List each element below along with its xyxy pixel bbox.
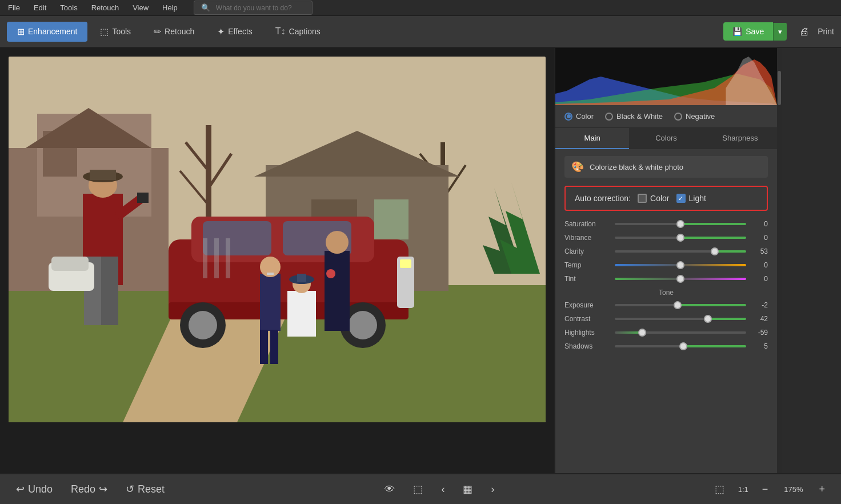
menu-tools[interactable]: Tools (58, 2, 79, 13)
save-main-button[interactable]: 💾 Save (723, 22, 773, 41)
effects-label: Effects (228, 27, 253, 36)
svg-rect-39 (90, 170, 116, 180)
auto-correction-box: Auto correction: Color Light (564, 186, 768, 211)
search-bar: 🔍 (194, 1, 313, 15)
highlights-value: -59 (751, 329, 768, 337)
prev-icon: ‹ (441, 483, 444, 495)
redo-label: Redo (71, 483, 95, 495)
clarity-track[interactable] (615, 250, 746, 253)
prev-button[interactable]: ‹ (436, 481, 449, 498)
svg-rect-32 (214, 238, 219, 278)
shadows-value: 5 (751, 342, 768, 350)
redo-button[interactable]: Redo ↪ (66, 481, 112, 498)
vibrance-label: Vibrance (564, 234, 610, 242)
tint-label: Tint (564, 275, 610, 283)
redo-icon: ↪ (99, 483, 107, 495)
tab-sharpness[interactable]: Sharpness (703, 128, 777, 149)
menu-file[interactable]: File (6, 2, 22, 13)
tab-tools[interactable]: ⬚ Tools (90, 22, 141, 42)
menu-help[interactable]: Help (160, 2, 180, 13)
next-button[interactable]: › (486, 481, 499, 498)
mode-negative[interactable]: Negative (674, 112, 715, 121)
temp-label: Temp (564, 261, 610, 269)
svg-rect-45 (267, 273, 274, 275)
tab-effects[interactable]: ✦ Effects (207, 22, 263, 42)
photo-svg (9, 57, 546, 422)
print-icon-button[interactable]: 🖨 (794, 22, 815, 41)
bottom-bar: ↩ Undo Redo ↪ ↺ Reset 👁 ⬚ ‹ ▦ › ⬚ 1:1 − … (0, 473, 841, 504)
canvas-icon-button[interactable]: ⬚ (710, 481, 729, 498)
tint-thumb[interactable] (676, 275, 684, 283)
svg-rect-52 (325, 251, 350, 331)
highlights-row: Highlights -59 (564, 329, 768, 337)
undo-button[interactable]: ↩ Undo (11, 481, 57, 498)
svg-rect-33 (226, 238, 230, 278)
reset-button[interactable]: ↺ Reset (121, 481, 169, 498)
mode-bw[interactable]: Black & White (605, 112, 663, 121)
menu-view[interactable]: View (130, 2, 151, 13)
tab-retouch[interactable]: ✏ Retouch (143, 22, 205, 42)
main-area: Color Black & White Negative Main Colors… (0, 48, 841, 473)
highlights-track[interactable] (615, 331, 746, 334)
shadows-label: Shadows (564, 342, 610, 350)
tab-colors[interactable]: Colors (629, 128, 703, 149)
zoom-in-button[interactable]: + (815, 481, 830, 498)
filmstrip-button[interactable]: ▦ (458, 481, 477, 498)
svg-rect-56 (51, 257, 89, 271)
mode-color-radio[interactable] (564, 113, 572, 121)
auto-light-option[interactable]: Light (676, 194, 706, 203)
compare-button[interactable]: ⬚ (409, 481, 427, 498)
filmstrip-icon: ▦ (463, 483, 472, 495)
exposure-thumb[interactable] (674, 301, 682, 309)
vibrance-track[interactable] (615, 237, 746, 239)
contrast-track[interactable] (615, 318, 746, 320)
svg-rect-47 (270, 330, 278, 364)
saturation-track[interactable] (615, 223, 746, 225)
tools-label: Tools (112, 27, 131, 36)
svg-point-44 (265, 262, 276, 271)
mode-color[interactable]: Color (564, 112, 594, 121)
tab-enhancement[interactable]: ⊞ Enhancement (7, 22, 87, 42)
tab-main[interactable]: Main (555, 128, 629, 149)
shadows-track[interactable] (615, 345, 746, 347)
temp-track[interactable] (615, 264, 746, 266)
vibrance-thumb[interactable] (676, 234, 684, 242)
auto-light-checkbox[interactable] (676, 194, 686, 203)
eye-button[interactable]: 👁 (380, 481, 399, 498)
zoom-out-icon: − (762, 483, 768, 495)
vibrance-value: 0 (751, 234, 768, 242)
menu-retouch[interactable]: Retouch (89, 2, 121, 13)
search-input[interactable] (216, 4, 307, 12)
sliders-group: Saturation 0 Vibrance 0 Clarity (564, 220, 768, 283)
colorize-button[interactable]: 🎨 Colorize black & white photo (564, 156, 768, 178)
saturation-thumb[interactable] (676, 220, 684, 228)
auto-color-checkbox[interactable] (638, 194, 647, 203)
right-scrollbar[interactable] (777, 48, 782, 473)
clarity-thumb[interactable] (711, 247, 719, 255)
scrollbar-thumb[interactable] (778, 71, 781, 105)
retouch-icon: ✏ (154, 26, 161, 37)
mode-negative-radio[interactable] (674, 113, 682, 121)
tint-row: Tint 0 (564, 275, 768, 283)
svg-point-26 (189, 311, 217, 339)
print-label: Print (818, 27, 834, 36)
exposure-track[interactable] (615, 304, 746, 306)
shadows-thumb[interactable] (679, 342, 687, 350)
tint-value: 0 (751, 275, 768, 283)
contrast-thumb[interactable] (704, 315, 712, 323)
temp-thumb[interactable] (676, 261, 684, 269)
menu-edit[interactable]: Edit (31, 2, 49, 13)
shadows-row: Shadows 5 (564, 342, 768, 350)
highlights-thumb[interactable] (638, 329, 646, 337)
mode-bw-radio[interactable] (605, 113, 613, 121)
save-button-group: 💾 Save ▾ (723, 22, 787, 41)
undo-label: Undo (28, 483, 53, 495)
saturation-label: Saturation (564, 220, 610, 228)
tone-section-label: Tone (564, 289, 768, 297)
auto-color-option[interactable]: Color (638, 194, 669, 203)
tab-captions[interactable]: T↕ Captions (265, 22, 331, 41)
tint-track[interactable] (615, 278, 746, 280)
colorize-label: Colorize black & white photo (590, 163, 683, 171)
zoom-out-button[interactable]: − (758, 481, 773, 498)
save-dropdown-button[interactable]: ▾ (773, 23, 787, 41)
